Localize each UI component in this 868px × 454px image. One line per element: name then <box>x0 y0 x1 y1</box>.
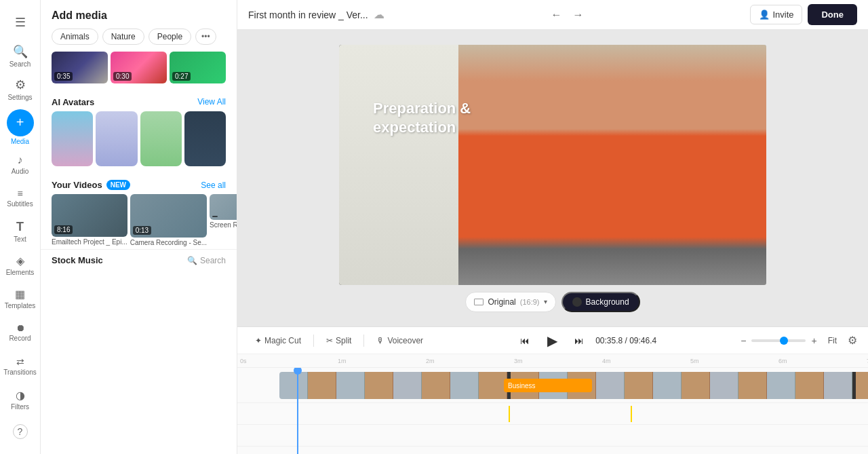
frame-15 <box>710 372 738 399</box>
sidebar-panel: Add media Animals Nature People ••• 0:35… <box>41 0 237 454</box>
menu-icon: ☰ <box>15 15 26 30</box>
stock-thumb-3[interactable]: 0:27 <box>170 52 226 83</box>
media-circle[interactable]: + <box>7 109 34 136</box>
bg-color-dot <box>572 297 582 307</box>
ruler-1: 1m <box>338 358 347 364</box>
sidebar-item-media[interactable]: + Media <box>7 109 34 145</box>
sidebar-item-elements[interactable]: ◈ Elements <box>3 250 38 281</box>
your-video-thumb-1[interactable]: 8:16 <box>52 194 127 237</box>
zoom-out-button[interactable]: − <box>741 335 746 346</box>
text-icon: T <box>16 220 24 234</box>
voiceover-icon: 🎙 <box>376 336 384 345</box>
your-video-thumb-2[interactable]: 0:13 <box>130 194 207 238</box>
fast-forward-button[interactable]: ⏭ <box>568 330 590 352</box>
split-icon: ✂ <box>326 336 333 345</box>
original-button[interactable]: Original (16:9) ▾ <box>465 292 555 312</box>
invite-icon: 👤 <box>759 10 770 20</box>
header-left: First month in review _ Ver... ☁ <box>248 8 384 21</box>
audio-icon: ♪ <box>18 154 23 166</box>
ai-avatars-title: AI Avatars <box>52 97 94 107</box>
settings-icon: ⚙ <box>15 77 26 92</box>
frame-2 <box>336 372 365 399</box>
sidebar-title: Add media <box>41 0 237 29</box>
frame-5 <box>422 372 450 399</box>
voiceover-button[interactable]: 🎙 Voiceover <box>370 333 430 349</box>
stock-media-grid: 0:35 0:30 0:27 <box>41 52 237 92</box>
sidebar-label-text: Text <box>14 235 26 243</box>
frame-17 <box>767 372 795 399</box>
elements-icon: ◈ <box>16 254 24 267</box>
your-video-thumb-3[interactable] <box>210 194 237 219</box>
zoom-slider[interactable] <box>751 339 806 342</box>
original-icon <box>474 299 484 305</box>
invite-button[interactable]: 👤 Invite <box>750 5 802 24</box>
magic-cut-icon: ✦ <box>255 336 262 345</box>
your-videos-header: Your Videos NEW See all <box>41 174 237 194</box>
your-video-item-3: Screen Reco... <box>210 194 237 246</box>
search-icon-small: 🔍 <box>187 256 197 265</box>
record-icon: ⏺ <box>16 322 25 333</box>
frame-0 <box>279 372 308 399</box>
frame-3 <box>365 372 393 399</box>
sidebar-item-search[interactable]: 🔍 Search <box>3 41 38 72</box>
filter-tag-nature[interactable]: Nature <box>102 29 144 45</box>
sidebar-item-transitions[interactable]: ⇄ Transitions <box>3 351 38 382</box>
sidebar-label-record: Record <box>9 335 31 342</box>
sidebar-item-text[interactable]: T Text <box>3 216 38 248</box>
stock-thumb-2[interactable]: 0:30 <box>111 52 167 83</box>
background-button[interactable]: Background <box>561 292 640 312</box>
subtitles-icon: ≡ <box>17 188 22 199</box>
stock-music-search[interactable]: 🔍 Search <box>187 256 226 265</box>
timeline-settings-button[interactable]: ⚙ <box>848 334 857 347</box>
stock-music-title: Stock Music <box>52 255 103 265</box>
play-button[interactable]: ▶ <box>541 330 563 352</box>
text-clip-business[interactable]: Business <box>504 379 592 392</box>
your-video-2-label: Camera Recording - Se... <box>130 239 207 246</box>
sidebar-label-subtitles: Subtitles <box>7 200 33 208</box>
ruler-2: 2m <box>426 358 435 364</box>
avatar-3[interactable] <box>140 111 182 167</box>
filter-tags-row: Animals Nature People ••• <box>41 29 237 52</box>
original-label: Original <box>488 297 515 307</box>
filter-tag-people[interactable]: People <box>149 29 191 45</box>
stock-thumb-1[interactable]: 0:35 <box>52 52 108 83</box>
sidebar-item-audio[interactable]: ♪ Audio <box>3 149 38 181</box>
frame-20 <box>856 372 868 399</box>
sidebar-item-menu[interactable]: ☰ <box>3 7 38 38</box>
avatar-4[interactable] <box>184 111 226 167</box>
filter-tag-animals[interactable]: Animals <box>52 29 98 45</box>
marker-2 <box>631 406 632 422</box>
document-title: First month in review _ Ver... <box>248 10 368 20</box>
redo-button[interactable]: → <box>570 6 587 24</box>
sidebar-item-filters[interactable]: ◑ Filters <box>3 384 38 415</box>
avatar-2[interactable] <box>96 111 137 167</box>
see-all-videos[interactable]: See all <box>201 181 226 190</box>
frame-11 <box>596 372 625 399</box>
transitions-icon: ⇄ <box>16 356 24 367</box>
avatar-1[interactable] <box>52 111 93 167</box>
done-button[interactable]: Done <box>808 4 857 25</box>
sidebar-item-record[interactable]: ⏺ Record <box>3 317 38 348</box>
rewind-button[interactable]: ⏮ <box>514 330 536 352</box>
left-navigation: ☰ 🔍 Search ⚙ Settings + Media ♪ Audio ≡ … <box>0 0 41 454</box>
toolbar-separator-1 <box>313 335 314 347</box>
filter-more-button[interactable]: ••• <box>195 29 216 45</box>
zoom-in-button[interactable]: + <box>811 335 816 346</box>
undo-button[interactable]: ← <box>549 6 565 24</box>
ai-avatars-view-all[interactable]: View All <box>197 97 226 107</box>
sidebar-item-help[interactable]: ? <box>3 417 38 448</box>
playhead <box>297 368 298 454</box>
sidebar-item-subtitles[interactable]: ≡ Subtitles <box>3 183 38 214</box>
your-video-item-2: 0:13 Camera Recording - Se... <box>130 194 207 246</box>
sidebar-item-templates[interactable]: ▦ Templates <box>3 284 38 315</box>
video-person <box>458 45 766 285</box>
person-body <box>458 45 766 285</box>
frame-14 <box>682 372 710 399</box>
fit-button[interactable]: Fit <box>823 333 842 348</box>
split-button[interactable]: ✂ Split <box>319 333 358 349</box>
frame-12 <box>625 372 653 399</box>
cloud-sync-icon: ☁ <box>374 8 384 21</box>
magic-cut-button[interactable]: ✦ Magic Cut <box>248 333 308 349</box>
app-header: First month in review _ Ver... ☁ ← → 👤 I… <box>237 0 868 30</box>
sidebar-item-settings[interactable]: ⚙ Settings <box>3 74 38 105</box>
